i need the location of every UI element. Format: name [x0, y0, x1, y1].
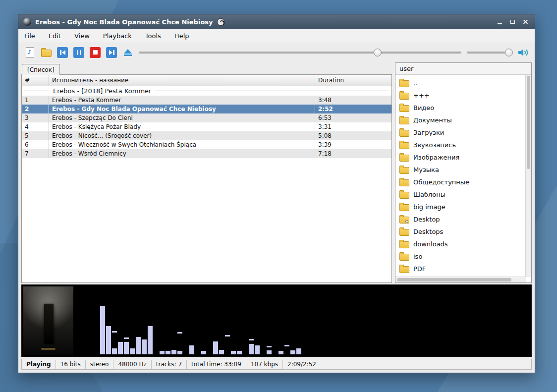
- folder-name: big image: [413, 203, 446, 211]
- album-art: [23, 286, 73, 355]
- status-playback-state: Playing: [22, 360, 56, 369]
- vertical-scrollbar[interactable]: [525, 75, 531, 277]
- column-header-number[interactable]: #: [22, 75, 49, 86]
- folder-item[interactable]: ..: [399, 77, 524, 89]
- track-title: Erebos - Szepcząc Do Cieni: [49, 113, 315, 122]
- folder-name: Шаблоны: [413, 191, 446, 198]
- vertical-scrollbar-thumb[interactable]: [527, 76, 530, 169]
- column-header-duration[interactable]: Duration: [315, 75, 391, 86]
- track-number: 7: [22, 149, 49, 158]
- playlist-tab[interactable]: [Список]: [22, 64, 60, 75]
- folder-item[interactable]: Общедоступные: [399, 176, 524, 188]
- folder-icon: [399, 80, 409, 87]
- previous-button[interactable]: [57, 47, 68, 58]
- folder-name: +++: [413, 92, 430, 99]
- folder-item[interactable]: downloads: [399, 238, 524, 250]
- folder-item[interactable]: PDF: [399, 263, 524, 275]
- track-number: 6: [22, 140, 49, 149]
- playlist-row[interactable]: 1 Erebos - Pesta Kommer 3:48: [22, 96, 391, 105]
- playlist-row[interactable]: 5 Erebos - Nicość... (Srogość cover) 5:0…: [22, 131, 391, 140]
- folder-name: downloads: [413, 240, 448, 248]
- playlist-row[interactable]: 3 Erebos - Szepcząc Do Cieni 6:53: [22, 113, 391, 122]
- maximize-icon: [510, 20, 515, 24]
- eject-button[interactable]: [122, 47, 133, 58]
- maximize-button[interactable]: [508, 18, 517, 26]
- track-number: 2: [22, 105, 49, 113]
- folder-name: Видео: [413, 104, 434, 112]
- stop-button[interactable]: [90, 47, 101, 58]
- desktop-folder-icon: [399, 217, 409, 224]
- seek-slider[interactable]: [139, 48, 461, 57]
- folder-name: Изображения: [413, 154, 459, 161]
- playlist-row[interactable]: 6 Erebos - Wieczność w Swych Otchłaniach…: [22, 140, 391, 149]
- volume-icon[interactable]: [518, 48, 529, 57]
- statusbar: Playing 16 bits stereo 48000 Hz tracks: …: [21, 359, 532, 370]
- next-button[interactable]: [106, 47, 117, 58]
- titlebar[interactable]: Erebos - Gdy Noc Blada Opanować Chce Nie…: [18, 14, 535, 29]
- status-bitrate: 107 kbps: [246, 360, 283, 369]
- volume-handle[interactable]: [505, 49, 513, 56]
- menu-playback[interactable]: Playback: [103, 32, 132, 40]
- spectrum-bar: [225, 287, 230, 354]
- album-group-header[interactable]: Erebos - [2018] Pesta Kommer: [22, 86, 391, 96]
- minimize-button[interactable]: [495, 18, 504, 26]
- folder-item[interactable]: +++: [399, 89, 524, 102]
- menu-view[interactable]: View: [74, 32, 90, 40]
- menu-file[interactable]: File: [24, 32, 35, 40]
- folder-name: Звукозапись: [413, 141, 456, 149]
- close-button[interactable]: [521, 18, 530, 26]
- seek-track[interactable]: [139, 52, 461, 54]
- menu-edit[interactable]: Edit: [49, 32, 61, 40]
- track-duration: 5:08: [315, 131, 391, 140]
- folder-item[interactable]: Шаблоны: [399, 188, 524, 201]
- playlist-tabbar: [Список]: [21, 62, 392, 74]
- next-icon: [109, 50, 114, 55]
- spectrum-bar: [213, 287, 218, 354]
- folder-item[interactable]: Документы: [399, 114, 524, 126]
- horizontal-scrollbar[interactable]: [395, 277, 526, 282]
- folder-item[interactable]: Загрузки: [399, 126, 524, 139]
- playlist-row[interactable]: 4 Erebos - Księżyca Pożar Blady 3:31: [22, 122, 391, 131]
- open-folder-button[interactable]: [41, 47, 52, 58]
- horizontal-scrollbar-thumb[interactable]: [397, 278, 511, 281]
- eject-icon: [124, 49, 132, 56]
- add-file-button[interactable]: [24, 47, 35, 58]
- folder-item[interactable]: Звукозапись: [399, 139, 524, 151]
- folder-item[interactable]: Desktops: [399, 225, 524, 238]
- playlist-row[interactable]: 7 Erebos - Wśród Ciemnicy 7:18: [22, 149, 391, 158]
- seek-handle[interactable]: [374, 49, 382, 56]
- spectrum-bar: [207, 287, 212, 354]
- spectrum-bar: [231, 287, 236, 354]
- file-browser-header[interactable]: user: [395, 63, 531, 75]
- spectrum: [100, 287, 526, 354]
- folder-icon: [399, 130, 409, 137]
- menu-tools[interactable]: Tools: [145, 32, 161, 40]
- folder-icon: [399, 254, 409, 261]
- folder-icon: [399, 266, 409, 273]
- file-browser: user .. +++ Видео Документы Загрузки Зву…: [395, 62, 532, 283]
- status-bit-depth: 16 bits: [56, 360, 86, 369]
- column-header-artist-title[interactable]: Исполнитель - название: [49, 75, 315, 86]
- spinner-icon: [217, 18, 224, 26]
- playlist-row[interactable]: 2 Erebos - Gdy Noc Blada Opanować Chce N…: [22, 105, 391, 113]
- track-duration: 7:18: [315, 149, 391, 158]
- track-title: Erebos - Księżyca Pożar Blady: [49, 122, 315, 131]
- folder-item[interactable]: big image: [399, 201, 524, 213]
- pause-button[interactable]: [73, 47, 84, 58]
- folder-item[interactable]: Desktop: [399, 213, 524, 225]
- folder-icon: [399, 105, 409, 112]
- folder-item[interactable]: Музыка: [399, 164, 524, 176]
- folder-name: iso: [413, 253, 422, 260]
- spectrum-bar: [106, 287, 111, 354]
- track-title: Erebos - Pesta Kommer: [49, 96, 315, 105]
- menu-help[interactable]: Help: [174, 32, 189, 40]
- spectrum-bar: [166, 287, 170, 354]
- folder-item[interactable]: Изображения: [399, 151, 524, 164]
- folder-name: Desktop: [413, 216, 440, 223]
- spectrum-bar: [148, 287, 153, 354]
- folder-item[interactable]: Видео: [399, 102, 524, 114]
- open-folder-icon: [41, 50, 52, 57]
- pause-icon: [77, 50, 81, 55]
- folder-item[interactable]: iso: [399, 250, 524, 263]
- volume-slider[interactable]: [467, 48, 512, 57]
